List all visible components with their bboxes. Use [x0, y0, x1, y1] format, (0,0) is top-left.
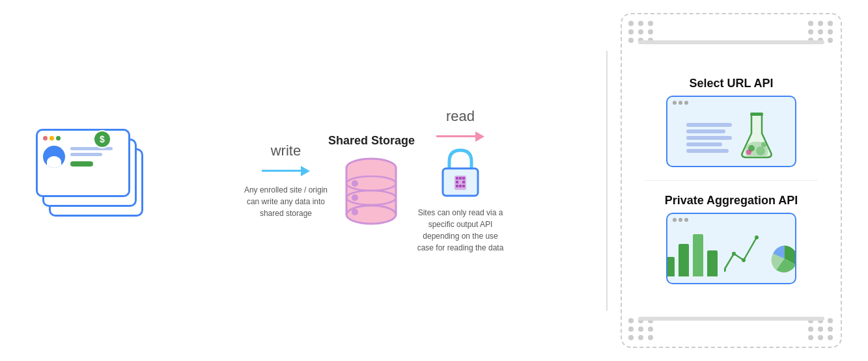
h-line-top — [638, 40, 824, 44]
read-arrow — [436, 131, 484, 142]
diagram-main: write Any enrolled site / origin can wri… — [156, 13, 593, 348]
dot-yellow — [49, 136, 54, 140]
corner-dots-tl — [628, 21, 654, 43]
dot — [808, 29, 813, 34]
card-button — [70, 161, 93, 167]
dot — [648, 327, 653, 332]
corner-dots-br — [808, 318, 834, 340]
private-aggregation-api: Private Aggregation API — [635, 194, 828, 284]
svg-point-28 — [755, 235, 759, 239]
dot — [638, 21, 643, 26]
dot — [628, 327, 634, 332]
read-desc: Sites can only read via a specific outpu… — [415, 207, 506, 254]
dot — [648, 29, 653, 34]
dot — [638, 327, 643, 332]
read-arrow-head — [475, 131, 484, 142]
dot — [818, 327, 823, 332]
write-arrow-line — [262, 170, 301, 172]
dot — [808, 21, 813, 26]
svg-rect-17 — [462, 185, 465, 187]
left-section: $ — [26, 129, 156, 233]
dot-1 — [673, 101, 677, 105]
cards-stack: $ — [36, 129, 147, 233]
bar-4 — [707, 250, 718, 276]
dot — [808, 327, 813, 332]
database-area: Shared Storage — [328, 134, 415, 228]
bar-1 — [666, 257, 675, 276]
select-url-image — [666, 96, 796, 167]
coin-badge: $ — [93, 130, 111, 148]
svg-rect-12 — [456, 177, 458, 180]
dot — [828, 335, 833, 340]
card-line-2 — [70, 153, 102, 156]
dot — [808, 335, 813, 340]
read-block: read Sit — [415, 108, 506, 254]
line-1 — [686, 123, 732, 127]
svg-rect-16 — [456, 185, 458, 187]
svg-rect-20 — [750, 113, 763, 116]
svg-point-23 — [761, 142, 766, 147]
line-chart-icon — [724, 231, 763, 276]
line-5 — [686, 149, 729, 153]
svg-point-22 — [756, 146, 765, 155]
svg-point-26 — [732, 252, 736, 256]
dot-2 — [679, 218, 682, 222]
dot — [628, 335, 634, 340]
avatar-body — [47, 156, 61, 168]
write-arrow — [262, 166, 310, 176]
dot-2 — [679, 101, 682, 105]
database-title: Shared Storage — [328, 134, 415, 148]
write-desc: Any enrolled site / origin can write any… — [244, 184, 328, 219]
dot — [828, 38, 833, 43]
dot-3 — [684, 101, 688, 105]
select-url-api: Select URL API — [635, 77, 828, 167]
dot-green — [56, 136, 61, 140]
main-container: $ write Any enrolled site / origin can w… — [0, 0, 868, 361]
dot — [818, 335, 823, 340]
dot — [648, 21, 653, 26]
doc-lines — [686, 123, 732, 153]
dot — [828, 21, 833, 26]
write-label: write — [271, 142, 301, 159]
dot — [828, 327, 833, 332]
h-line-bottom — [638, 317, 824, 321]
bar-3 — [693, 234, 703, 276]
card-lines — [70, 147, 123, 167]
svg-rect-13 — [462, 177, 465, 180]
card-main — [36, 129, 130, 197]
chart-content — [666, 231, 796, 276]
browser-dots-2 — [673, 218, 688, 222]
dot — [628, 318, 634, 323]
read-label: read — [446, 108, 475, 125]
dot — [818, 29, 823, 34]
corner-dots-bl — [628, 318, 654, 340]
select-url-content — [686, 111, 776, 159]
svg-rect-19 — [459, 185, 462, 187]
card-content — [43, 146, 123, 168]
select-url-title: Select URL API — [689, 77, 773, 90]
dot — [628, 38, 634, 43]
bar-2 — [679, 244, 689, 276]
svg-point-27 — [742, 258, 746, 262]
right-panel: Select URL API — [621, 13, 842, 348]
line-4 — [686, 142, 722, 146]
svg-point-7 — [352, 180, 358, 187]
write-arrow-head — [301, 166, 310, 176]
dot — [828, 29, 833, 34]
private-aggregation-title: Private Aggregation API — [665, 194, 798, 207]
dot — [828, 318, 833, 323]
dot — [628, 21, 634, 26]
database-icon — [342, 156, 400, 228]
read-arrow-line — [436, 135, 475, 137]
dot — [648, 335, 653, 340]
dot-3 — [684, 218, 688, 222]
svg-rect-15 — [462, 181, 465, 183]
dot — [638, 29, 643, 34]
line-2 — [686, 129, 725, 133]
pie-chart-icon — [770, 244, 797, 273]
dot — [818, 21, 823, 26]
browser-dots — [673, 101, 688, 105]
avatar-icon — [43, 146, 65, 168]
dot-red — [43, 136, 48, 140]
flask-icon — [737, 111, 776, 159]
